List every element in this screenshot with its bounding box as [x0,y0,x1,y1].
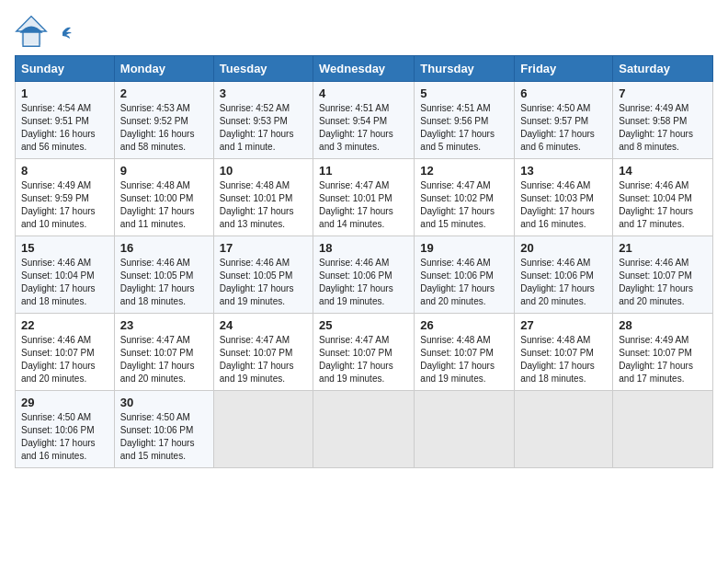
day-info: Sunrise: 4:54 AM Sunset: 9:51 PM Dayligh… [21,102,108,154]
col-header-sunday: Sunday [16,56,115,82]
day-info: Sunrise: 4:49 AM Sunset: 10:07 PM Daylig… [619,334,707,385]
calendar-week-row: 8Sunrise: 4:49 AM Sunset: 9:59 PM Daylig… [16,159,713,236]
day-number: 17 [220,241,307,255]
calendar-cell: 24Sunrise: 4:47 AM Sunset: 10:07 PM Dayl… [213,314,313,391]
day-info: Sunrise: 4:49 AM Sunset: 9:59 PM Dayligh… [21,179,108,231]
day-info: Sunrise: 4:51 AM Sunset: 9:54 PM Dayligh… [319,102,408,154]
calendar-cell [415,391,515,468]
day-number: 11 [319,164,408,178]
calendar-cell: 18Sunrise: 4:46 AM Sunset: 10:06 PM Dayl… [313,236,415,314]
col-header-thursday: Thursday [415,56,515,82]
day-info: Sunrise: 4:48 AM Sunset: 10:01 PM Daylig… [220,179,307,231]
page-header [15,15,713,48]
calendar-cell: 13Sunrise: 4:46 AM Sunset: 10:03 PM Dayl… [515,159,613,236]
day-info: Sunrise: 4:50 AM Sunset: 10:06 PM Daylig… [21,411,108,463]
day-info: Sunrise: 4:46 AM Sunset: 10:04 PM Daylig… [21,257,108,308]
calendar-cell: 8Sunrise: 4:49 AM Sunset: 9:59 PM Daylig… [16,159,115,236]
logo-icon [15,15,48,48]
calendar-week-row: 22Sunrise: 4:46 AM Sunset: 10:07 PM Dayl… [16,314,713,391]
day-number: 7 [619,86,707,100]
day-number: 24 [220,318,307,332]
calendar-cell: 10Sunrise: 4:48 AM Sunset: 10:01 PM Dayl… [213,159,313,236]
calendar-cell: 30Sunrise: 4:50 AM Sunset: 10:06 PM Dayl… [114,391,213,468]
day-info: Sunrise: 4:52 AM Sunset: 9:53 PM Dayligh… [220,102,307,154]
day-info: Sunrise: 4:46 AM Sunset: 10:06 PM Daylig… [319,257,408,308]
day-info: Sunrise: 4:47 AM Sunset: 10:01 PM Daylig… [319,179,408,231]
day-number: 19 [420,241,508,255]
col-header-friday: Friday [515,56,613,82]
calendar-cell: 19Sunrise: 4:46 AM Sunset: 10:06 PM Dayl… [415,236,515,314]
day-info: Sunrise: 4:47 AM Sunset: 10:07 PM Daylig… [319,334,408,385]
calendar-cell [213,391,313,468]
col-header-monday: Monday [114,56,213,82]
day-number: 3 [220,86,307,100]
day-number: 6 [520,86,607,100]
day-number: 4 [319,86,408,100]
day-info: Sunrise: 4:46 AM Sunset: 10:05 PM Daylig… [120,257,208,308]
day-number: 15 [21,241,108,255]
calendar-cell: 4Sunrise: 4:51 AM Sunset: 9:54 PM Daylig… [313,82,415,159]
day-number: 26 [420,318,508,332]
day-info: Sunrise: 4:46 AM Sunset: 10:05 PM Daylig… [220,257,307,308]
calendar-header-row: SundayMondayTuesdayWednesdayThursdayFrid… [16,56,713,82]
day-number: 30 [120,396,208,409]
calendar-cell: 17Sunrise: 4:46 AM Sunset: 10:05 PM Dayl… [213,236,313,314]
calendar-week-row: 1Sunrise: 4:54 AM Sunset: 9:51 PM Daylig… [16,82,713,159]
day-info: Sunrise: 4:47 AM Sunset: 10:07 PM Daylig… [120,334,208,385]
calendar-cell: 28Sunrise: 4:49 AM Sunset: 10:07 PM Dayl… [613,314,713,391]
calendar-cell: 26Sunrise: 4:48 AM Sunset: 10:07 PM Dayl… [415,314,515,391]
day-number: 12 [420,164,508,178]
day-info: Sunrise: 4:46 AM Sunset: 10:03 PM Daylig… [520,179,607,231]
calendar-cell: 15Sunrise: 4:46 AM Sunset: 10:04 PM Dayl… [16,236,115,314]
day-info: Sunrise: 4:46 AM Sunset: 10:07 PM Daylig… [619,257,707,308]
day-info: Sunrise: 4:47 AM Sunset: 10:02 PM Daylig… [420,179,508,231]
calendar-cell: 12Sunrise: 4:47 AM Sunset: 10:02 PM Dayl… [415,159,515,236]
calendar-cell: 11Sunrise: 4:47 AM Sunset: 10:01 PM Dayl… [313,159,415,236]
day-number: 8 [21,164,108,178]
calendar-cell [613,391,713,468]
day-number: 29 [21,396,108,409]
logo-bird-icon [53,23,72,41]
day-number: 21 [619,241,707,255]
day-info: Sunrise: 4:46 AM Sunset: 10:04 PM Daylig… [619,179,707,231]
day-info: Sunrise: 4:46 AM Sunset: 10:07 PM Daylig… [21,334,108,385]
calendar-cell: 23Sunrise: 4:47 AM Sunset: 10:07 PM Dayl… [114,314,213,391]
day-info: Sunrise: 4:48 AM Sunset: 10:07 PM Daylig… [420,334,508,385]
calendar-cell: 1Sunrise: 4:54 AM Sunset: 9:51 PM Daylig… [16,82,115,159]
col-header-saturday: Saturday [613,56,713,82]
day-number: 22 [21,318,108,332]
col-header-wednesday: Wednesday [313,56,415,82]
day-number: 28 [619,318,707,332]
calendar-cell: 22Sunrise: 4:46 AM Sunset: 10:07 PM Dayl… [16,314,115,391]
day-info: Sunrise: 4:48 AM Sunset: 10:07 PM Daylig… [520,334,607,385]
calendar-cell: 14Sunrise: 4:46 AM Sunset: 10:04 PM Dayl… [613,159,713,236]
calendar-cell: 9Sunrise: 4:48 AM Sunset: 10:00 PM Dayli… [114,159,213,236]
calendar-cell [515,391,613,468]
logo [15,15,72,48]
calendar-cell: 21Sunrise: 4:46 AM Sunset: 10:07 PM Dayl… [613,236,713,314]
day-info: Sunrise: 4:49 AM Sunset: 9:58 PM Dayligh… [619,102,707,154]
day-number: 10 [220,164,307,178]
calendar-cell: 25Sunrise: 4:47 AM Sunset: 10:07 PM Dayl… [313,314,415,391]
day-number: 25 [319,318,408,332]
day-info: Sunrise: 4:50 AM Sunset: 9:57 PM Dayligh… [520,102,607,154]
calendar-cell: 7Sunrise: 4:49 AM Sunset: 9:58 PM Daylig… [613,82,713,159]
day-number: 18 [319,241,408,255]
day-info: Sunrise: 4:46 AM Sunset: 10:06 PM Daylig… [420,257,508,308]
calendar-cell: 27Sunrise: 4:48 AM Sunset: 10:07 PM Dayl… [515,314,613,391]
calendar-cell: 16Sunrise: 4:46 AM Sunset: 10:05 PM Dayl… [114,236,213,314]
calendar-table: SundayMondayTuesdayWednesdayThursdayFrid… [15,55,713,468]
day-info: Sunrise: 4:47 AM Sunset: 10:07 PM Daylig… [220,334,307,385]
day-number: 16 [120,241,208,255]
day-number: 9 [120,164,208,178]
calendar-cell: 29Sunrise: 4:50 AM Sunset: 10:06 PM Dayl… [16,391,115,468]
day-number: 23 [120,318,208,332]
day-number: 13 [520,164,607,178]
col-header-tuesday: Tuesday [213,56,313,82]
day-number: 1 [21,86,108,100]
calendar-cell: 3Sunrise: 4:52 AM Sunset: 9:53 PM Daylig… [213,82,313,159]
logo-text-block [51,23,72,40]
day-number: 2 [120,86,208,100]
calendar-cell: 6Sunrise: 4:50 AM Sunset: 9:57 PM Daylig… [515,82,613,159]
calendar-week-row: 29Sunrise: 4:50 AM Sunset: 10:06 PM Dayl… [16,391,713,468]
